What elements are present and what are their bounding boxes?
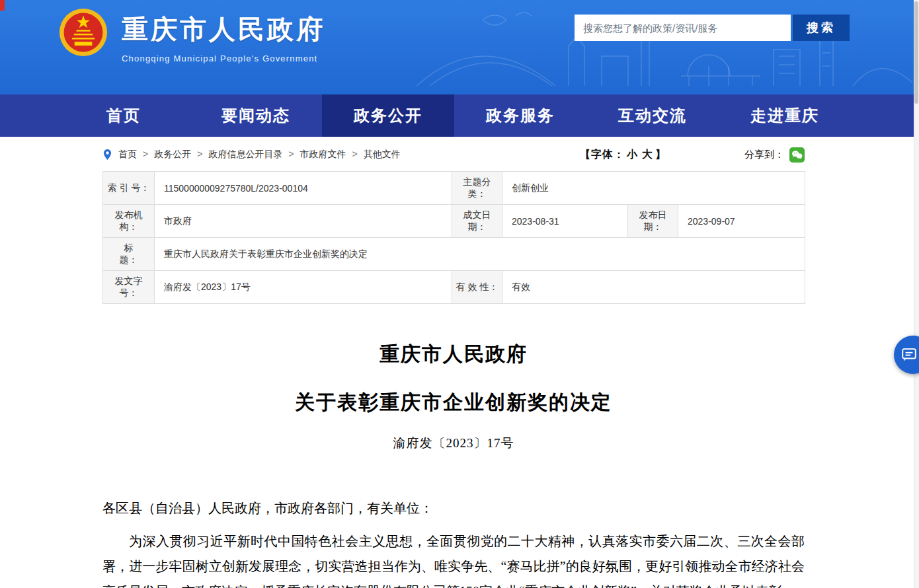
corner-accent <box>0 0 5 11</box>
font-small-button[interactable]: 小 <box>627 149 638 160</box>
nav-item-gov-open[interactable]: 政务公开 <box>322 94 454 137</box>
wechat-share-icon[interactable] <box>789 147 805 163</box>
location-pin-icon <box>102 149 112 161</box>
nav-item-gov-services[interactable]: 政务服务 <box>454 94 586 137</box>
nav-item-home[interactable]: 首页 <box>58 94 190 137</box>
site-header: 重庆市人民政府 Chongqing Municipal People's Gov… <box>0 0 919 94</box>
article-doc-number: 渝府发〔2023〕17号 <box>102 435 805 452</box>
document-meta-table: 索 引 号： 11500000009275780L/2023-00104 主题分… <box>102 171 805 304</box>
font-widget-suffix: 】 <box>655 149 666 160</box>
meta-publish-date-value: 2023-09-07 <box>678 205 805 238</box>
meta-written-date-value: 2023-08-31 <box>502 205 628 238</box>
article-salutation: 各区县（自治县）人民政府，市政府各部门，有关单位： <box>102 496 805 521</box>
article: 重庆市人民政府 关于表彰重庆市企业创新奖的决定 渝府发〔2023〕17号 各区县… <box>102 341 805 588</box>
meta-doc-number-label: 发文字号： <box>103 271 155 304</box>
article-paragraph: 为深入贯彻习近平新时代中国特色社会主义思想，全面贯彻党的二十大精神，认真落实市委… <box>102 529 805 588</box>
header-search: 搜索 <box>575 15 850 41</box>
font-large-button[interactable]: 大 <box>642 149 653 160</box>
meta-topic-value: 创新创业 <box>502 172 805 205</box>
nav-item-interaction[interactable]: 互动交流 <box>586 94 719 137</box>
meta-agency-value: 市政府 <box>155 205 452 238</box>
meta-title-label: 标 题： <box>103 238 155 271</box>
share-label: 分享到： <box>744 149 784 161</box>
meta-index-label: 索 引 号： <box>103 172 155 205</box>
article-title-line1: 重庆市人民政府 <box>102 341 805 368</box>
share-widget: 分享到： <box>744 147 805 163</box>
meta-title-value: 重庆市人民政府关于表彰重庆市企业创新奖的决定 <box>155 238 805 271</box>
meta-validity-label: 有 效 性： <box>452 271 502 304</box>
main-nav: 首页 要闻动态 政务公开 政务服务 互动交流 走进重庆 <box>0 94 919 137</box>
service-icon <box>900 346 918 363</box>
font-size-widget: 【字体：小大】 <box>580 148 666 162</box>
breadcrumb-item-info-directory[interactable]: 政府信息公开目录 <box>191 149 282 161</box>
breadcrumb: 首页 政务公开 政府信息公开目录 市政府文件 其他文件 【字体：小大】 分享到： <box>102 139 805 170</box>
site-subtitle: Chongqing Municipal People's Government <box>122 54 325 63</box>
meta-row-3: 标 题： 重庆市人民政府关于表彰重庆市企业创新奖的决定 <box>103 238 805 271</box>
meta-row-1: 索 引 号： 11500000009275780L/2023-00104 主题分… <box>103 172 805 205</box>
main-nav-items: 首页 要闻动态 政务公开 政务服务 互动交流 走进重庆 <box>58 94 851 137</box>
national-emblem-icon <box>58 7 108 57</box>
site-logo[interactable]: 重庆市人民政府 Chongqing Municipal People's Gov… <box>58 7 325 63</box>
site-title: 重庆市人民政府 <box>122 11 325 48</box>
meta-publish-date-label: 发布日期： <box>628 205 678 238</box>
meta-row-2: 发布机构： 市政府 成文日期： 2023-08-31 发布日期： 2023-09… <box>103 205 805 238</box>
nav-item-news[interactable]: 要闻动态 <box>190 94 322 137</box>
meta-topic-label: 主题分类： <box>452 172 502 205</box>
breadcrumb-item-city-documents[interactable]: 市政府文件 <box>282 149 346 161</box>
nav-item-discover-chongqing[interactable]: 走进重庆 <box>719 94 851 137</box>
brand-text: 重庆市人民政府 Chongqing Municipal People's Gov… <box>122 7 325 63</box>
scrollbar-thumb[interactable] <box>914 1 918 104</box>
breadcrumb-item-home[interactable]: 首页 <box>118 149 137 161</box>
meta-validity-value: 有效 <box>502 271 805 304</box>
meta-doc-number-value: 渝府发〔2023〕17号 <box>155 271 452 304</box>
meta-index-value: 11500000009275780L/2023-00104 <box>155 172 452 205</box>
search-input[interactable] <box>575 15 791 41</box>
article-title-line2: 关于表彰重庆市企业创新奖的决定 <box>102 389 805 416</box>
scrollbar[interactable] <box>914 0 919 588</box>
floating-service-button[interactable] <box>894 336 919 374</box>
breadcrumb-item-gov-open[interactable]: 政务公开 <box>137 149 191 161</box>
meta-written-date-label: 成文日期： <box>452 205 502 238</box>
main-content: 首页 政务公开 政府信息公开目录 市政府文件 其他文件 【字体：小大】 分享到： <box>102 139 805 588</box>
meta-agency-label: 发布机构： <box>103 205 155 238</box>
font-widget-prefix: 【字体： <box>580 149 625 160</box>
meta-row-4: 发文字号： 渝府发〔2023〕17号 有 效 性： 有效 <box>103 271 805 304</box>
breadcrumb-item-other-documents[interactable]: 其他文件 <box>346 149 401 161</box>
search-button[interactable]: 搜索 <box>793 15 850 41</box>
